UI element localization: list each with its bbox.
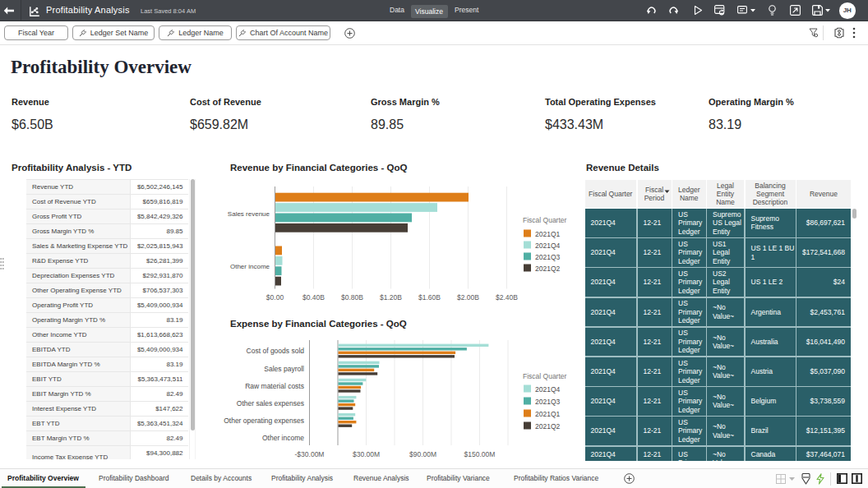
svg-text:2021Q3: 2021Q3 xyxy=(535,398,561,406)
svg-text:2021Q3: 2021Q3 xyxy=(535,253,561,261)
svg-text:$150.00M: $150.00M xyxy=(464,450,496,458)
svg-text:Sales payroll: Sales payroll xyxy=(264,365,304,373)
svg-text:$0.40B: $0.40B xyxy=(302,293,325,302)
svg-text:Other operating expenses: Other operating expenses xyxy=(224,417,304,425)
svg-text:$2.40B: $2.40B xyxy=(496,293,518,302)
svg-text:Other income: Other income xyxy=(262,434,304,442)
svg-text:Raw material costs: Raw material costs xyxy=(245,382,304,390)
svg-text:2021Q4: 2021Q4 xyxy=(535,242,561,250)
svg-text:$30.00M: $30.00M xyxy=(353,450,380,458)
svg-text:2021Q1: 2021Q1 xyxy=(535,230,561,238)
svg-text:Fiscal Quarter: Fiscal Quarter xyxy=(523,372,567,380)
svg-text:$0.80B: $0.80B xyxy=(341,293,363,302)
svg-text:2021Q4: 2021Q4 xyxy=(535,385,561,394)
svg-text:2021Q2: 2021Q2 xyxy=(535,265,561,273)
svg-text:2021Q2: 2021Q2 xyxy=(535,422,561,430)
svg-text:Fiscal Quarter: Fiscal Quarter xyxy=(523,216,567,224)
svg-text:Cost of goods sold: Cost of goods sold xyxy=(247,347,305,355)
svg-text:2021Q1: 2021Q1 xyxy=(535,410,561,418)
svg-text:Other sales expenses: Other sales expenses xyxy=(237,399,304,407)
svg-text:-$30.00M: -$30.00M xyxy=(295,450,325,458)
svg-text:$90.00M: $90.00M xyxy=(409,450,436,458)
svg-text:Sales revenue: Sales revenue xyxy=(228,210,270,218)
svg-text:$1.20B: $1.20B xyxy=(380,293,402,302)
svg-text:$0.00: $0.00 xyxy=(266,293,284,302)
svg-text:Other income: Other income xyxy=(230,263,270,270)
svg-text:$2.00B: $2.00B xyxy=(457,293,479,302)
svg-text:$1.60B: $1.60B xyxy=(418,293,441,302)
